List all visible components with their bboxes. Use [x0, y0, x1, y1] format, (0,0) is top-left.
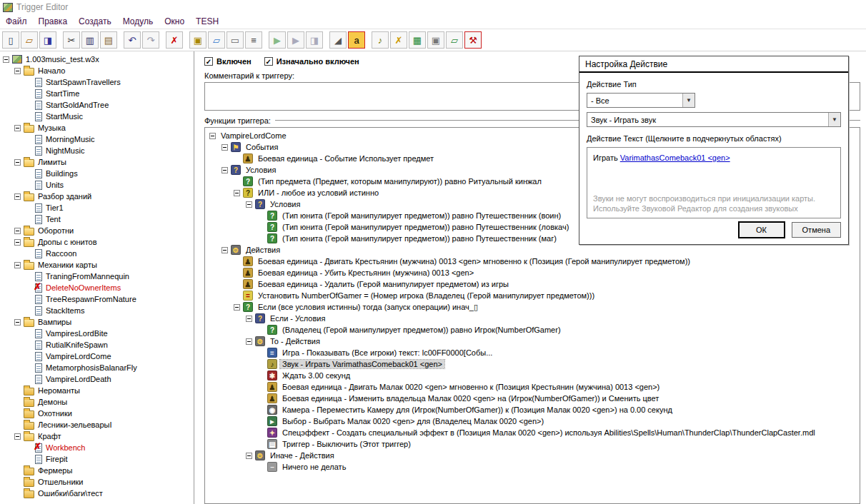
tree-item[interactable]: DeleteNoOwnerItems [0, 282, 194, 293]
delete-button[interactable]: ✗ [166, 31, 183, 49]
tree-item[interactable]: 1.003music_test.w3x [0, 54, 194, 65]
save-and-test-button[interactable]: ◨ [306, 31, 323, 49]
tree-category[interactable]: Оборотни [0, 225, 194, 236]
open-map-button[interactable]: ▱ [21, 31, 38, 49]
tree-item[interactable]: VampireLordDeath [0, 373, 194, 385]
expand-toggle[interactable] [14, 125, 21, 131]
expand-toggle[interactable] [209, 133, 216, 139]
tree-item[interactable]: MorningMusic [0, 133, 194, 145]
function-item[interactable]: Триггер - Выключить (Этот триггер) [206, 438, 860, 450]
tree-category[interactable]: Фермеры [0, 465, 194, 476]
function-item[interactable]: Звук - Играть VarimathasComeback01 <gen> [206, 358, 860, 370]
tree-item[interactable]: Firepit [0, 453, 194, 465]
action-type-combobox[interactable]: Звук - Играть звук ▼ [587, 112, 841, 127]
new-map-button[interactable]: ▯ [2, 31, 19, 49]
undo-button[interactable]: ↶ [124, 31, 141, 49]
new-trigger-button[interactable]: ▱ [208, 31, 225, 49]
cancel-button[interactable]: Отмена [792, 222, 841, 238]
import-manager-button[interactable]: ▣ [427, 31, 444, 49]
redo-button[interactable]: ↷ [142, 31, 159, 49]
tree-item[interactable]: TraningFromMannequin [0, 271, 194, 282]
tree-category[interactable]: Ошибки\баги\тест [0, 488, 194, 499]
function-item[interactable]: (Владелец (Герой манипулирует предметом)… [206, 324, 860, 336]
paste-button[interactable]: ▤ [100, 31, 117, 49]
tree-item[interactable]: Units [0, 179, 194, 191]
function-item[interactable]: Боевая единица - Удалить (Герой манипули… [206, 278, 860, 290]
tree-category[interactable]: Вампиры [0, 316, 194, 328]
new-category-button[interactable]: ▣ [189, 31, 206, 49]
enabled-checkbox[interactable]: ✓ [204, 57, 213, 66]
function-item[interactable]: Боевая единица - Двигать Крестьянин (муж… [206, 256, 860, 267]
syntax-highlight-button[interactable]: а [348, 31, 365, 49]
function-item[interactable]: Действия [206, 244, 860, 256]
run-trigger-button[interactable]: ▶ [269, 31, 286, 49]
tree-category[interactable]: Механики карты [0, 259, 194, 271]
menu-item-3[interactable]: Модуль [117, 15, 159, 28]
tree-category[interactable]: Демоны [0, 396, 194, 408]
expand-toggle[interactable] [14, 159, 21, 166]
copy-button[interactable]: ▥ [81, 31, 99, 49]
tree-item[interactable]: StartGoldAndTree [0, 99, 194, 111]
tree-item[interactable]: StackItems [0, 305, 194, 316]
function-item[interactable]: То - Действия [206, 336, 860, 347]
tree-category[interactable]: Музыка [0, 122, 194, 133]
expand-toggle[interactable] [14, 262, 21, 268]
function-item[interactable]: Спецэффект - Создать специальный эффект … [206, 427, 860, 438]
function-item[interactable]: Ничего не делать [206, 461, 860, 473]
tree-category[interactable]: Нероманты [0, 385, 194, 396]
tree-item[interactable]: StartTime [0, 88, 194, 99]
chevron-down-icon[interactable]: ▼ [682, 94, 695, 107]
tree-item[interactable]: Workbench [0, 442, 194, 453]
function-item[interactable]: Если - Условия [206, 313, 860, 324]
expand-toggle[interactable] [246, 338, 252, 345]
edit-script-button[interactable]: ≡ [245, 31, 262, 49]
tree-category[interactable]: Лимиты [0, 156, 194, 168]
tree-category[interactable]: Дропы с юнитов [0, 236, 194, 248]
function-item[interactable]: Ждать 3.00 секунд [206, 370, 860, 381]
tree-item[interactable]: VampiresLordBite [0, 328, 194, 339]
expand-toggle[interactable] [234, 190, 240, 196]
tree-item[interactable]: StartMusic [0, 111, 194, 122]
expand-toggle[interactable] [14, 239, 21, 246]
save-map-button[interactable]: ◨ [39, 31, 56, 49]
function-item[interactable]: Выбор - Выбрать Малак 0020 <gen> для (Вл… [206, 415, 860, 427]
menu-item-4[interactable]: Окно [159, 15, 190, 28]
initially-on-checkbox-label[interactable]: ✓ Изначально включен [264, 57, 359, 66]
sound-name-link[interactable]: VarimathasComeback01 <gen> [620, 153, 730, 162]
tree-category[interactable]: Лесники-зельеварыI [0, 419, 194, 430]
expand-toggle[interactable] [3, 56, 9, 63]
tree-item[interactable]: Buildings [0, 168, 194, 179]
function-item[interactable]: Иначе - Действия [206, 450, 860, 461]
menu-item-0[interactable]: Файл [0, 15, 33, 28]
tree-item[interactable]: Tier1 [0, 202, 194, 213]
expand-toggle[interactable] [222, 247, 228, 253]
tree-item[interactable]: TreeRespawnFromNature [0, 293, 194, 305]
tree-item[interactable]: NightMusic [0, 145, 194, 156]
export-script-button[interactable]: ▱ [446, 31, 463, 49]
syntax-check-button[interactable]: ◢ [329, 31, 347, 49]
function-item[interactable]: Если (все условия истинны) тогда (запуск… [206, 301, 860, 313]
expand-toggle[interactable] [14, 319, 21, 326]
test-map-button[interactable]: ▶ [287, 31, 304, 49]
function-item[interactable]: Установить NumberOfGamer = (Номер игрока… [206, 290, 860, 301]
function-item[interactable]: Боевая единица - Изменить владельца Мала… [206, 393, 860, 404]
tree-item[interactable]: Tent [0, 213, 194, 225]
expand-toggle[interactable] [234, 304, 240, 311]
expand-toggle[interactable] [14, 228, 21, 234]
function-item[interactable]: Камера - Переместить Камеру для (Игрок(N… [206, 404, 860, 415]
object-manager-button[interactable]: ▦ [409, 31, 426, 49]
tree-item[interactable]: StartSpawnTravellers [0, 76, 194, 88]
menu-item-1[interactable]: Правка [33, 15, 74, 28]
menu-item-2[interactable]: Создать [73, 15, 117, 28]
expand-toggle[interactable] [14, 68, 21, 74]
tree-category[interactable]: Начало [0, 65, 194, 76]
tree-category[interactable]: Разбор зданий [0, 191, 194, 202]
expand-toggle[interactable] [246, 201, 252, 208]
expand-toggle[interactable] [222, 144, 228, 151]
sound-manager-button[interactable]: ♪ [372, 31, 389, 49]
cut-button[interactable]: ✂ [63, 31, 80, 49]
expand-toggle[interactable] [222, 167, 228, 173]
tree-item[interactable]: VampireLordCome [0, 351, 194, 362]
tree-item[interactable]: MetamorphosisBalanarFly [0, 362, 194, 373]
function-item[interactable]: Боевая единица - Убить Крестьянин (мужчи… [206, 267, 860, 278]
